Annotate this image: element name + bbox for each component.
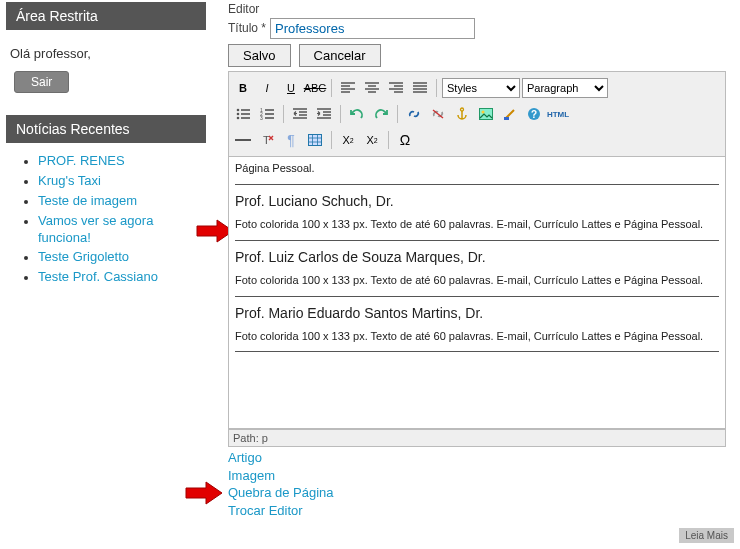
svg-point-10 bbox=[528, 108, 540, 120]
italic-icon[interactable]: I bbox=[256, 77, 278, 99]
svg-point-8 bbox=[482, 111, 485, 114]
charmap-icon[interactable]: Ω bbox=[394, 129, 416, 151]
logout-button[interactable]: Sair bbox=[14, 71, 69, 93]
underline-icon[interactable]: U bbox=[280, 77, 302, 99]
news-link[interactable]: Teste Prof. Cassiano bbox=[38, 269, 158, 284]
numbered-list-icon[interactable]: 123 bbox=[256, 103, 278, 125]
content-text: Página Pessoal. bbox=[235, 161, 719, 176]
redo-icon[interactable] bbox=[370, 103, 392, 125]
strikethrough-icon[interactable]: ABC bbox=[304, 77, 326, 99]
unlink-icon[interactable] bbox=[427, 103, 449, 125]
prof-desc: Foto colorida 100 x 133 px. Texto de até… bbox=[235, 329, 719, 344]
divider bbox=[235, 240, 719, 241]
news-list: PROF. RENES Krug's Taxi Teste de imagem … bbox=[6, 153, 206, 286]
paragraph-select[interactable]: Paragraph bbox=[522, 78, 608, 98]
prof-name: Prof. Mario Eduardo Santos Martins, Dr. bbox=[235, 305, 719, 321]
indent-icon[interactable] bbox=[313, 103, 335, 125]
svg-point-0 bbox=[237, 109, 240, 112]
toolbar-separator bbox=[388, 131, 389, 149]
link-icon[interactable] bbox=[403, 103, 425, 125]
outdent-icon[interactable] bbox=[289, 103, 311, 125]
table-icon[interactable] bbox=[304, 129, 326, 151]
superscript-icon[interactable]: X2 bbox=[361, 129, 383, 151]
divider bbox=[235, 184, 719, 185]
trocar-editor-link[interactable]: Trocar Editor bbox=[228, 502, 726, 520]
greeting-text: Olá professor, bbox=[6, 40, 206, 71]
editor-content[interactable]: Página Pessoal. Prof. Luciano Schuch, Dr… bbox=[228, 157, 726, 429]
prof-name: Prof. Luciano Schuch, Dr. bbox=[235, 193, 719, 209]
prof-desc: Foto colorida 100 x 133 px. Texto de até… bbox=[235, 273, 719, 288]
title-input[interactable] bbox=[270, 18, 475, 39]
svg-text:T: T bbox=[263, 134, 270, 146]
red-arrow-icon bbox=[184, 480, 224, 506]
prof-name: Prof. Luiz Carlos de Souza Marques, Dr. bbox=[235, 249, 719, 265]
align-left-icon[interactable] bbox=[337, 77, 359, 99]
news-link[interactable]: PROF. RENES bbox=[38, 153, 125, 168]
path-bar: Path: p bbox=[228, 429, 726, 447]
toolbar-separator bbox=[283, 105, 284, 123]
editor-toolbar: B I U ABC Styles Paragraph 123 bbox=[228, 71, 726, 157]
toolbar-separator bbox=[340, 105, 341, 123]
toolbar-separator bbox=[436, 79, 437, 97]
svg-point-1 bbox=[237, 113, 240, 116]
news-link[interactable]: Vamos ver se agora funciona! bbox=[38, 213, 153, 245]
svg-point-6 bbox=[461, 108, 464, 111]
svg-rect-7 bbox=[480, 109, 493, 120]
align-justify-icon[interactable] bbox=[409, 77, 431, 99]
svg-point-2 bbox=[237, 117, 240, 120]
subscript-icon[interactable]: X2 bbox=[337, 129, 359, 151]
image-icon[interactable] bbox=[475, 103, 497, 125]
undo-icon[interactable] bbox=[346, 103, 368, 125]
imagem-link[interactable]: Imagem bbox=[228, 467, 726, 485]
remove-format-icon[interactable]: T bbox=[256, 129, 278, 151]
divider bbox=[235, 296, 719, 297]
svg-text:3: 3 bbox=[260, 115, 263, 120]
editor-label: Editor bbox=[228, 2, 726, 16]
quebra-link[interactable]: Quebra de Página bbox=[228, 484, 726, 502]
styles-select[interactable]: Styles bbox=[442, 78, 520, 98]
cleanup-icon[interactable] bbox=[499, 103, 521, 125]
read-more-badge[interactable]: Leia Mais bbox=[679, 528, 734, 543]
editor-action-links: Artigo Imagem Quebra de Página Trocar Ed… bbox=[228, 449, 726, 519]
toolbar-separator bbox=[331, 79, 332, 97]
save-button[interactable]: Salvo bbox=[228, 44, 291, 67]
toolbar-separator bbox=[331, 131, 332, 149]
svg-rect-9 bbox=[504, 117, 509, 120]
svg-text:?: ? bbox=[531, 109, 537, 120]
help-icon[interactable]: ? bbox=[523, 103, 545, 125]
svg-text:2: 2 bbox=[260, 111, 263, 117]
recent-news-header: Notícias Recentes bbox=[6, 115, 206, 143]
restricted-area-header: Área Restrita bbox=[6, 2, 206, 30]
svg-text:1: 1 bbox=[260, 108, 263, 113]
svg-rect-14 bbox=[309, 135, 322, 146]
news-link[interactable]: Teste Grigoletto bbox=[38, 249, 129, 264]
align-right-icon[interactable] bbox=[385, 77, 407, 99]
bold-icon[interactable]: B bbox=[232, 77, 254, 99]
anchor-icon[interactable] bbox=[451, 103, 473, 125]
cancel-button[interactable]: Cancelar bbox=[299, 44, 381, 67]
divider bbox=[235, 351, 719, 352]
news-link[interactable]: Krug's Taxi bbox=[38, 173, 101, 188]
toolbar-separator bbox=[397, 105, 398, 123]
artigo-link[interactable]: Artigo bbox=[228, 449, 726, 467]
news-link[interactable]: Teste de imagem bbox=[38, 193, 137, 208]
title-label: Título * bbox=[228, 21, 266, 35]
prof-desc: Foto colorida 100 x 133 px. Texto de até… bbox=[235, 217, 719, 232]
align-center-icon[interactable] bbox=[361, 77, 383, 99]
bullet-list-icon[interactable] bbox=[232, 103, 254, 125]
visual-chars-icon[interactable]: ¶ bbox=[280, 129, 302, 151]
html-icon[interactable]: HTML bbox=[547, 103, 569, 125]
hr-icon[interactable] bbox=[232, 129, 254, 151]
